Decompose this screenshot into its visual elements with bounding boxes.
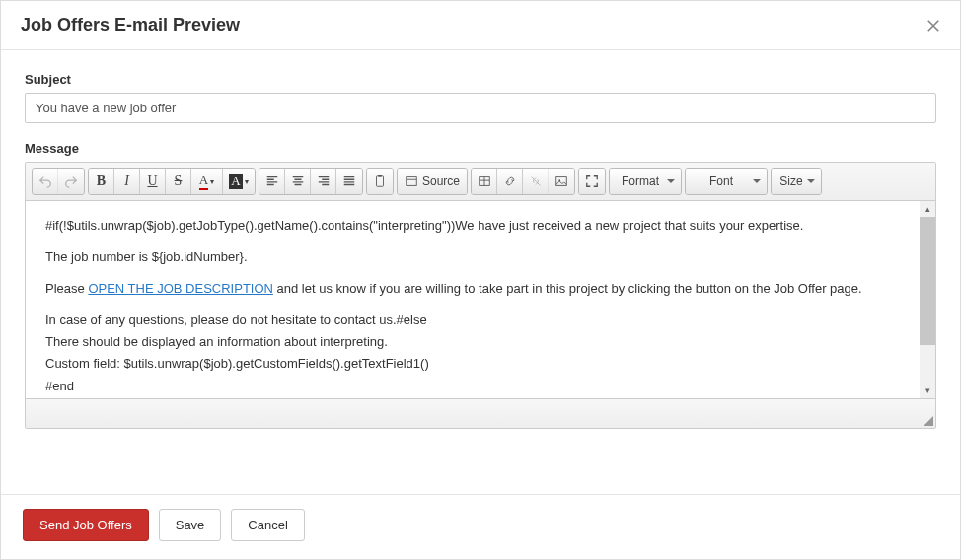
- editor-toolbar: B I U S A▾ A▾ Source: [26, 163, 935, 201]
- subject-input[interactable]: [25, 93, 936, 123]
- svg-rect-4: [556, 177, 567, 186]
- italic-button[interactable]: I: [114, 169, 140, 194]
- unlink-icon: [529, 175, 543, 188]
- editor-line: There should be displayed an information…: [45, 331, 902, 353]
- maximize-icon: [585, 175, 599, 188]
- rich-text-editor: B I U S A▾ A▾ Source: [25, 162, 936, 429]
- editor-line: In case of any questions, please do not …: [45, 310, 902, 331]
- subject-label: Subject: [25, 72, 936, 87]
- scrollbar-thumb[interactable]: [920, 217, 935, 345]
- underline-icon: U: [147, 174, 157, 189]
- message-label: Message: [25, 141, 936, 156]
- align-right-icon: [317, 175, 331, 188]
- editor-content[interactable]: #if(!$utils.unwrap($job).getJobType().ge…: [26, 201, 935, 398]
- scrollbar-track[interactable]: ▴ ▾: [920, 201, 935, 398]
- editor-footer: [26, 398, 935, 428]
- align-justify-icon: [342, 175, 356, 188]
- text-color-icon: A: [199, 173, 208, 190]
- redo-icon: [64, 175, 78, 188]
- underline-button[interactable]: U: [140, 169, 166, 194]
- save-button[interactable]: Save: [159, 509, 222, 541]
- editor-line: Custom field: $utils.unwrap($job).getCus…: [45, 353, 902, 375]
- link-icon: [503, 175, 517, 188]
- italic-icon: I: [124, 174, 129, 189]
- editor-line: Please OPEN THE JOB DESCRIPTION and let …: [45, 278, 902, 300]
- strike-icon: S: [175, 174, 183, 189]
- modal-header: Job Offers E-mail Preview: [1, 1, 960, 50]
- font-select[interactable]: Font: [686, 169, 767, 194]
- bg-color-button[interactable]: A▾: [223, 169, 255, 194]
- modal-body: Subject Message B I U S A▾ A▾: [1, 50, 960, 494]
- cancel-button[interactable]: Cancel: [231, 509, 304, 541]
- maximize-button[interactable]: [579, 169, 605, 194]
- modal-footer: Send Job Offers Save Cancel: [1, 494, 960, 559]
- editor-line: #end: [45, 376, 902, 397]
- align-left-icon: [265, 175, 279, 188]
- svg-rect-2: [407, 177, 417, 186]
- text-color-button[interactable]: A▾: [191, 169, 223, 194]
- editor-line: #if(!$utils.unwrap($job).getJobType().ge…: [45, 215, 902, 237]
- image-icon: [554, 175, 568, 188]
- table-button[interactable]: [472, 169, 497, 194]
- svg-rect-0: [377, 176, 384, 187]
- image-button[interactable]: [549, 169, 574, 194]
- scroll-up-icon[interactable]: ▴: [920, 201, 935, 217]
- close-button[interactable]: [926, 16, 940, 35]
- link-button[interactable]: [497, 169, 523, 194]
- undo-button[interactable]: [33, 169, 58, 194]
- size-select[interactable]: Size: [772, 169, 821, 194]
- close-icon: [926, 19, 940, 33]
- scroll-down-icon[interactable]: ▾: [920, 383, 935, 398]
- paste-icon: [373, 175, 387, 188]
- undo-icon: [38, 175, 52, 188]
- format-select[interactable]: Format: [610, 169, 681, 194]
- redo-button[interactable]: [58, 169, 84, 194]
- align-center-icon: [291, 175, 305, 188]
- open-job-link[interactable]: OPEN THE JOB DESCRIPTION: [88, 281, 273, 296]
- table-icon: [478, 175, 491, 188]
- strike-button[interactable]: S: [166, 169, 191, 194]
- svg-rect-1: [378, 175, 382, 177]
- align-justify-button[interactable]: [336, 169, 362, 194]
- modal-title: Job Offers E-mail Preview: [21, 15, 240, 35]
- paste-word-button[interactable]: [367, 169, 393, 194]
- align-center-button[interactable]: [285, 169, 311, 194]
- align-left-button[interactable]: [259, 169, 285, 194]
- bold-button[interactable]: B: [89, 169, 114, 194]
- source-icon: [405, 175, 418, 188]
- editor-body: #if(!$utils.unwrap($job).getJobType().ge…: [26, 201, 935, 428]
- source-button[interactable]: Source: [398, 169, 467, 194]
- align-right-button[interactable]: [311, 169, 336, 194]
- bg-color-icon: A: [229, 174, 242, 189]
- email-preview-modal: Job Offers E-mail Preview Subject Messag…: [0, 0, 961, 560]
- send-button[interactable]: Send Job Offers: [23, 509, 149, 541]
- bold-icon: B: [97, 174, 106, 189]
- unlink-button[interactable]: [523, 169, 549, 194]
- resize-handle[interactable]: [924, 416, 933, 426]
- editor-line: The job number is ${job.idNumber}.: [45, 246, 902, 268]
